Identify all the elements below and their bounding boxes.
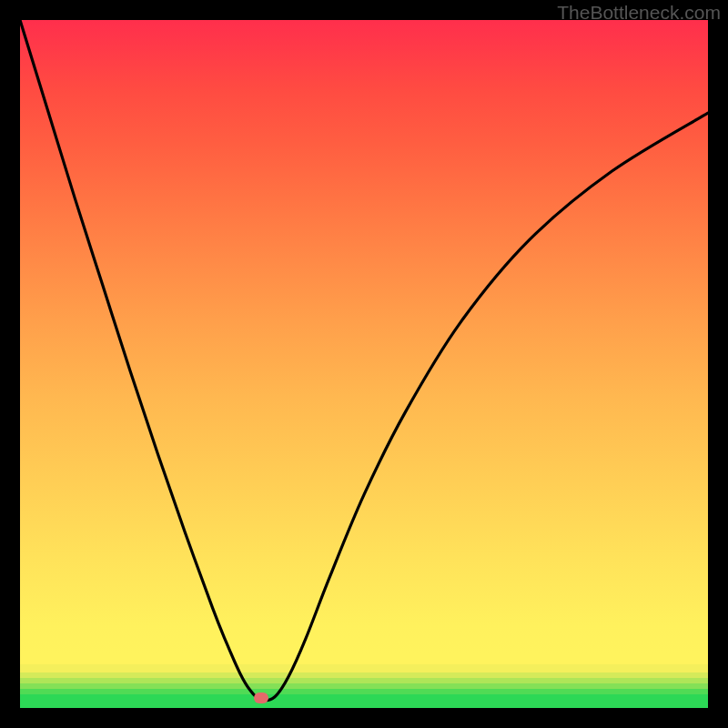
plot-frame: [20, 20, 708, 708]
curve-path: [20, 20, 708, 701]
curve-svg: [20, 20, 708, 708]
watermark-text: TheBottleneck.com: [557, 2, 721, 24]
minimum-marker: [254, 693, 268, 703]
